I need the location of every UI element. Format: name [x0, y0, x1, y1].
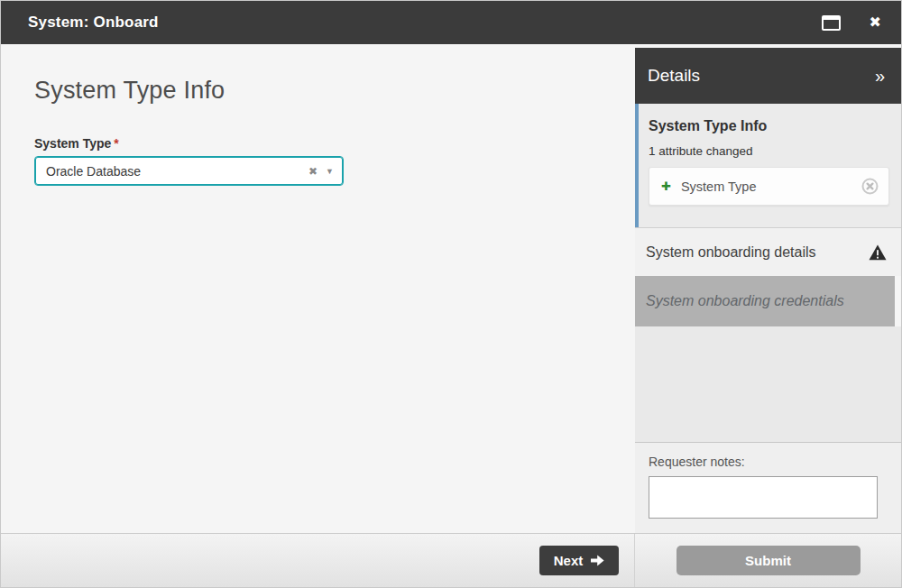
requester-notes-input[interactable] — [649, 476, 878, 519]
footer-sidebar-section: Submit — [635, 534, 901, 587]
changes-summary: 1 attribute changed — [649, 144, 889, 158]
details-header: Details » — [635, 48, 901, 104]
nav-system-onboarding-details[interactable]: System onboarding details — [635, 227, 901, 276]
details-sidebar: Details » System Type Info 1 attribute c… — [635, 44, 901, 533]
system-type-label-text: System Type — [34, 136, 111, 151]
system-type-field: System Type* Oracle Database ✖ ▼ — [34, 135, 635, 186]
system-type-selected-value: Oracle Database — [46, 164, 305, 179]
requester-notes-label: Requester notes: — [649, 455, 901, 469]
close-icon[interactable]: ✖ — [870, 15, 881, 30]
attribute-added-icon: ✚ — [661, 179, 671, 193]
submit-button[interactable]: Submit — [676, 546, 861, 575]
maximize-icon[interactable] — [822, 15, 841, 31]
nav-system-onboarding-credentials[interactable]: System onboarding credentials — [635, 276, 895, 326]
arrow-right-icon — [591, 555, 604, 566]
next-button-label: Next — [554, 553, 584, 568]
nav-credentials-label: System onboarding credentials — [646, 293, 844, 309]
system-type-label: System Type* — [34, 136, 119, 151]
required-marker: * — [114, 136, 118, 151]
titlebar: System: Onboard ✖ — [1, 1, 901, 44]
chevron-down-icon[interactable]: ▼ — [326, 167, 334, 176]
main-panel: System Type Info System Type* Oracle Dat… — [1, 44, 635, 533]
changed-attribute-label: System Type — [681, 179, 757, 194]
window-title: System: Onboard — [28, 14, 159, 32]
system-type-select[interactable]: Oracle Database ✖ ▼ — [34, 156, 344, 186]
nav-details-label: System onboarding details — [646, 244, 816, 261]
changed-attribute-item: ✚ System Type — [649, 167, 889, 206]
requester-notes-section: Requester notes: — [635, 442, 901, 533]
footer-main-section: Next — [1, 534, 635, 587]
warning-icon — [869, 244, 887, 261]
changes-section-title: System Type Info — [649, 118, 889, 134]
footer-bar: Next Submit — [1, 533, 901, 587]
changed-attributes-section: System Type Info 1 attribute changed ✚ S… — [635, 104, 901, 227]
window-controls: ✖ — [822, 15, 881, 31]
collapse-sidebar-icon[interactable]: » — [875, 66, 885, 87]
details-title: Details — [648, 66, 700, 86]
next-button[interactable]: Next — [539, 546, 619, 575]
page-title: System Type Info — [34, 77, 635, 105]
revert-change-icon[interactable] — [861, 178, 879, 195]
sidebar-empty-area — [635, 326, 901, 442]
onboard-modal: System: Onboard ✖ System Type Info Syste… — [0, 0, 902, 588]
clear-selection-icon[interactable]: ✖ — [305, 165, 321, 178]
